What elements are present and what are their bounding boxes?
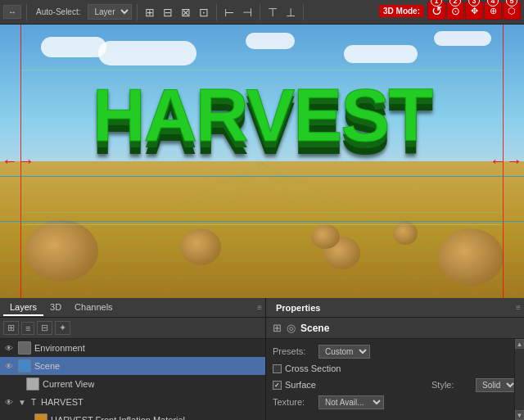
properties-menu-arrow[interactable]: ≡ xyxy=(516,303,521,312)
surface-label: Surface xyxy=(285,380,316,390)
layer-row-harvest[interactable]: 👁 ▼ T HARVEST xyxy=(0,393,265,411)
label-currentview: Current View xyxy=(43,379,94,389)
hay-bale-3 xyxy=(180,228,221,265)
arrow-right: ←→ xyxy=(490,151,522,170)
scale-3d-btn[interactable]: ⬡ xyxy=(503,2,521,20)
cloud-1 xyxy=(41,37,106,57)
left-panel-tabs: Layers 3D Channels ≡ xyxy=(0,298,265,318)
mode-3d-label: 3D Mode: xyxy=(379,5,424,17)
cloud-2 xyxy=(98,41,196,65)
visibility-environment[interactable]: 👁 xyxy=(3,342,15,354)
cross-section-label: Cross Section xyxy=(285,364,341,373)
visibility-harvest-material[interactable] xyxy=(20,414,31,420)
new-layer-btn[interactable]: ≡ xyxy=(21,322,34,335)
distribute-h-icon: ⊢ xyxy=(224,6,234,19)
sep2 xyxy=(137,4,138,20)
visibility-harvest[interactable]: 👁 xyxy=(3,396,15,408)
rotate-3d-btn[interactable]: ↺ xyxy=(427,2,445,20)
link-btn[interactable]: ⊟ xyxy=(37,321,52,335)
style-label: Style: xyxy=(431,380,472,390)
arrange2-icon: ⊥ xyxy=(286,6,296,19)
cloud-4 xyxy=(344,45,418,63)
tab-channels[interactable]: Channels xyxy=(68,300,119,316)
slide-3d-btn[interactable]: ⊕ xyxy=(484,2,502,20)
visibility-scene[interactable]: 👁 xyxy=(3,360,15,372)
tab-3d[interactable]: 3D xyxy=(43,300,68,316)
align-left-btn[interactable]: ⊞ xyxy=(142,4,157,20)
layer-select[interactable]: Layer xyxy=(88,4,132,20)
presets-select[interactable]: Custom xyxy=(318,345,370,359)
layer-row-environment[interactable]: 👁 Environment xyxy=(0,339,265,357)
pan-3d-btn[interactable]: ✥ xyxy=(465,2,483,20)
distribute-v-icon: ⊣ xyxy=(242,6,252,19)
distribute-h-btn[interactable]: ⊢ xyxy=(222,4,237,20)
label-harvest-material: HARVEST Front Inflation Material xyxy=(51,415,185,420)
distribute-v-btn[interactable]: ⊣ xyxy=(240,4,255,20)
align-right-btn[interactable]: ⊠ xyxy=(178,4,193,20)
surface-checkbox[interactable]: ✓ xyxy=(273,381,282,390)
hay-bale-6 xyxy=(393,222,418,245)
prop-scene-icon[interactable]: ⊞ xyxy=(273,322,282,334)
toolbar: ↔ Auto-Select: Layer ⊞ ⊟ ⊠ ⊡ ⊢ ⊣ ⊤ ⊥ 3D … xyxy=(0,0,524,25)
expand-harvest[interactable]: ▼ xyxy=(18,398,26,407)
thumb-environment xyxy=(18,341,31,355)
label-scene: Scene xyxy=(34,361,60,371)
canvas-area[interactable]: HARVEST ←→ ←→ xyxy=(0,25,524,298)
bounding-box-inner xyxy=(20,86,504,213)
cross-section-checkbox[interactable] xyxy=(273,364,282,373)
style-select[interactable]: Solid xyxy=(476,378,517,392)
layer-row-harvest-material[interactable]: HARVEST Front Inflation Material xyxy=(16,411,265,420)
align-top-btn[interactable]: ⊡ xyxy=(196,4,211,20)
new-group-btn[interactable]: ⊞ xyxy=(3,321,19,335)
label-harvest: HARVEST xyxy=(41,397,84,407)
prop-mesh-icon[interactable]: ◎ xyxy=(287,322,296,334)
visibility-currentview[interactable] xyxy=(11,378,23,390)
bottom-panel: Layers 3D Channels ≡ ⊞ ≡ ⊟ ✦ 👁 Environme… xyxy=(0,298,524,420)
arrow-left: ←→ xyxy=(2,151,34,170)
arrange2-btn[interactable]: ⊥ xyxy=(283,4,298,20)
sep3 xyxy=(216,4,217,20)
align-top-icon: ⊡ xyxy=(199,6,209,19)
guide-h-bottom xyxy=(0,221,524,222)
cloud-5 xyxy=(434,31,491,46)
surface-row[interactable]: ✓ Surface Style: Solid xyxy=(273,377,517,393)
texture-select[interactable]: Not Avail... xyxy=(318,395,384,409)
properties-tab-label[interactable]: Properties xyxy=(269,300,327,315)
scene-section-label: Scene xyxy=(300,323,329,334)
align-center-btn[interactable]: ⊟ xyxy=(160,4,175,20)
arrange-btn[interactable]: ⊤ xyxy=(265,4,280,20)
align-left-icon: ⊞ xyxy=(145,6,155,19)
layer-row-currentview[interactable]: Current View xyxy=(8,375,265,393)
right-panel-tabs: Properties ≡ xyxy=(266,298,524,318)
align-right-icon: ⊠ xyxy=(181,6,191,19)
sep5 xyxy=(303,4,304,20)
hay-bale-2 xyxy=(438,228,504,286)
scroll-down-arrow[interactable]: ▼ xyxy=(515,410,524,420)
texture-label: Texture: xyxy=(273,397,314,407)
tab-layers[interactable]: Layers xyxy=(3,300,43,316)
left-panel-toolbar: ⊞ ≡ ⊟ ✦ xyxy=(0,318,265,339)
auto-select-label: Auto-Select: xyxy=(32,6,84,18)
move-tool-btn[interactable]: ↔ xyxy=(3,5,21,19)
hay-bale-1 xyxy=(25,220,98,282)
cross-section-row[interactable]: Cross Section xyxy=(273,360,517,377)
guide-h-mid xyxy=(0,176,524,177)
texture-row: Texture: Not Avail... xyxy=(273,393,517,411)
panel-menu-arrow[interactable]: ≡ xyxy=(257,303,262,312)
right-panel: Properties ≡ ⊞ ◎ Scene Presets: Custom C… xyxy=(266,298,524,420)
properties-body: Presets: Custom Cross Section ✓ Surface … xyxy=(266,339,524,420)
sep1 xyxy=(26,4,27,20)
layer-row-scene[interactable]: 👁 Scene xyxy=(0,357,265,375)
sep4 xyxy=(260,4,260,20)
left-panel: Layers 3D Channels ≡ ⊞ ≡ ⊟ ✦ 👁 Environme… xyxy=(0,298,266,420)
thumb-scene xyxy=(18,359,31,373)
right-panel-toolbar: ⊞ ◎ Scene xyxy=(266,318,524,339)
cloud-3 xyxy=(246,33,295,49)
move-icon: ↔ xyxy=(8,7,16,16)
roll-3d-btn[interactable]: ⊙ xyxy=(446,2,464,20)
right-panel-scrollbar[interactable]: ▲ ▼ xyxy=(514,339,524,420)
label-environment: Environment xyxy=(34,343,85,353)
fx-btn[interactable]: ✦ xyxy=(55,321,70,335)
scroll-up-arrow[interactable]: ▲ xyxy=(515,339,524,349)
thumb-harvest-material xyxy=(34,413,47,420)
